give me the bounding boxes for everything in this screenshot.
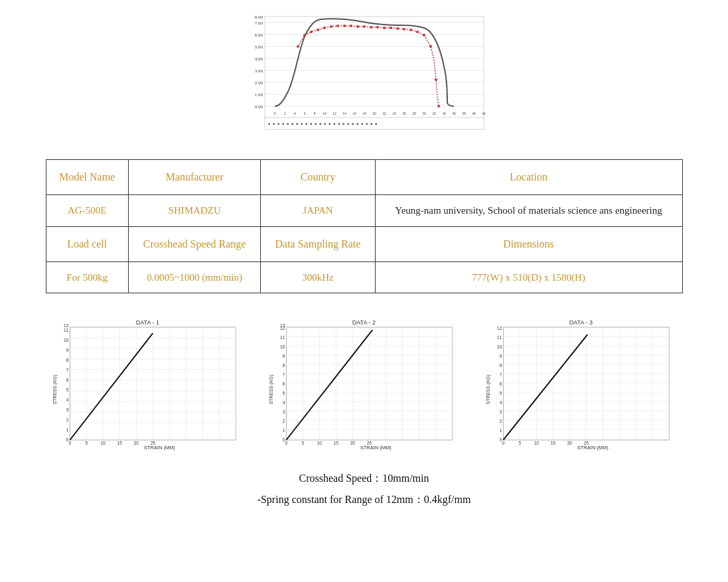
- svg-text:2: 2: [283, 419, 285, 423]
- svg-text:■: ■: [375, 122, 377, 125]
- caption: Crosshead Speed：10mm/min -Spring constan…: [257, 468, 471, 510]
- col-country: Country: [261, 160, 375, 195]
- svg-text:■: ■: [356, 122, 358, 125]
- crosshead-speed-value: 0.0005~1000 (mm/min): [128, 261, 261, 293]
- svg-text:7.00: 7.00: [254, 21, 263, 26]
- svg-text:0: 0: [285, 441, 288, 445]
- svg-point-45: [330, 25, 332, 28]
- svg-text:■: ■: [273, 122, 275, 125]
- svg-text:10: 10: [280, 344, 285, 349]
- svg-text:8: 8: [313, 111, 315, 115]
- svg-text:STRAIN (MM): STRAIN (MM): [360, 445, 392, 451]
- svg-text:1: 1: [500, 428, 502, 433]
- svg-text:STRAIN (MM): STRAIN (MM): [577, 445, 609, 451]
- svg-text:4.00: 4.00: [254, 56, 263, 62]
- svg-text:2: 2: [283, 111, 285, 115]
- svg-text:20: 20: [350, 441, 356, 445]
- svg-text:1: 1: [283, 428, 285, 433]
- svg-text:10: 10: [534, 441, 540, 445]
- svg-text:8: 8: [66, 358, 68, 362]
- svg-text:13: 13: [280, 323, 285, 328]
- svg-point-58: [416, 31, 419, 33]
- svg-text:STRAIN (MM): STRAIN (MM): [143, 445, 175, 451]
- svg-text:5: 5: [66, 388, 68, 392]
- svg-point-50: [363, 25, 366, 28]
- svg-text:8.00: 8.00: [254, 15, 263, 20]
- caption-line1: Crosshead Speed：10mm/min: [257, 468, 471, 489]
- svg-text:36: 36: [452, 111, 456, 115]
- svg-text:5: 5: [500, 391, 502, 396]
- svg-text:STRESS (KG): STRESS (KG): [52, 375, 58, 405]
- svg-text:10: 10: [64, 338, 69, 342]
- svg-text:2: 2: [66, 417, 68, 422]
- svg-point-53: [383, 27, 386, 29]
- col-model-name: Model Name: [46, 160, 128, 195]
- chart-data-3: DATA - 3 STRESS (KG) STRAIN (MM): [479, 317, 683, 456]
- svg-text:5.00: 5.00: [254, 44, 263, 50]
- svg-text:25: 25: [150, 441, 155, 445]
- svg-text:■: ■: [361, 122, 363, 125]
- svg-text:2: 2: [500, 419, 502, 423]
- svg-point-60: [429, 45, 432, 48]
- svg-text:■: ■: [324, 122, 326, 125]
- svg-text:11: 11: [280, 335, 285, 340]
- svg-text:0: 0: [502, 441, 504, 445]
- dimensions-value: 777(W) x 510(D) x 1580(H): [375, 261, 682, 293]
- load-cell-value: For 500kg: [46, 261, 128, 293]
- svg-text:■: ■: [352, 122, 354, 125]
- svg-text:2.00: 2.00: [254, 80, 263, 86]
- svg-point-52: [376, 26, 379, 29]
- svg-text:8: 8: [283, 363, 285, 368]
- chart-data-1: DATA - 1 STRESS (KG) STRAIN (MM): [46, 317, 250, 456]
- svg-text:10: 10: [100, 441, 106, 445]
- svg-text:25: 25: [367, 441, 372, 445]
- svg-text:38: 38: [462, 111, 466, 115]
- svg-point-41: [303, 34, 306, 36]
- svg-text:12: 12: [497, 326, 502, 330]
- info-table: Model Name Manufacturer Country Location…: [46, 159, 683, 293]
- svg-text:4: 4: [283, 400, 285, 405]
- location-value: Yeung-nam university, School of material…: [375, 195, 682, 227]
- svg-point-56: [403, 28, 405, 31]
- svg-point-44: [323, 27, 326, 29]
- svg-text:40: 40: [472, 111, 476, 115]
- svg-text:DATA - 1: DATA - 1: [135, 319, 159, 326]
- svg-text:34: 34: [442, 111, 446, 115]
- svg-text:■: ■: [277, 122, 279, 125]
- svg-point-62: [437, 105, 440, 108]
- svg-text:28: 28: [412, 111, 416, 115]
- svg-text:5: 5: [85, 441, 88, 445]
- svg-point-55: [396, 27, 399, 30]
- col-dimensions: Dimensions: [375, 226, 682, 261]
- svg-text:6: 6: [66, 378, 68, 382]
- svg-text:4: 4: [66, 398, 68, 402]
- bottom-charts: DATA - 1 STRESS (KG) STRAIN (MM): [46, 317, 683, 456]
- svg-text:■: ■: [282, 122, 284, 125]
- svg-text:4: 4: [293, 111, 295, 115]
- svg-text:■: ■: [296, 122, 298, 125]
- country-value: JAPAN: [261, 195, 375, 227]
- svg-text:9: 9: [283, 354, 285, 358]
- svg-text:0: 0: [273, 111, 275, 115]
- svg-text:3.00: 3.00: [254, 68, 263, 74]
- svg-text:■: ■: [301, 122, 303, 125]
- svg-text:14: 14: [342, 111, 346, 115]
- svg-text:1.00: 1.00: [254, 92, 263, 98]
- svg-text:STRESS (KG): STRESS (KG): [269, 375, 275, 405]
- caption-line2: -Spring constant for Range of 12mm：0.4kg…: [257, 489, 471, 510]
- top-chart: 0.00 1.00 2.00 3.00 4.00 5.00 6.00 7.00 …: [238, 13, 490, 139]
- svg-text:9: 9: [500, 354, 502, 358]
- svg-text:5: 5: [302, 441, 305, 445]
- svg-point-61: [435, 78, 437, 81]
- svg-text:4: 4: [500, 400, 502, 405]
- svg-point-49: [356, 25, 359, 28]
- svg-text:6: 6: [283, 382, 285, 386]
- col-sampling-rate: Data Sampling Rate: [261, 226, 375, 261]
- svg-text:■: ■: [347, 122, 349, 125]
- svg-text:10: 10: [317, 441, 323, 445]
- svg-text:22: 22: [382, 111, 386, 115]
- svg-text:9: 9: [66, 348, 68, 352]
- svg-text:6: 6: [500, 382, 502, 386]
- svg-text:6.00: 6.00: [254, 33, 263, 38]
- svg-text:■: ■: [315, 122, 317, 125]
